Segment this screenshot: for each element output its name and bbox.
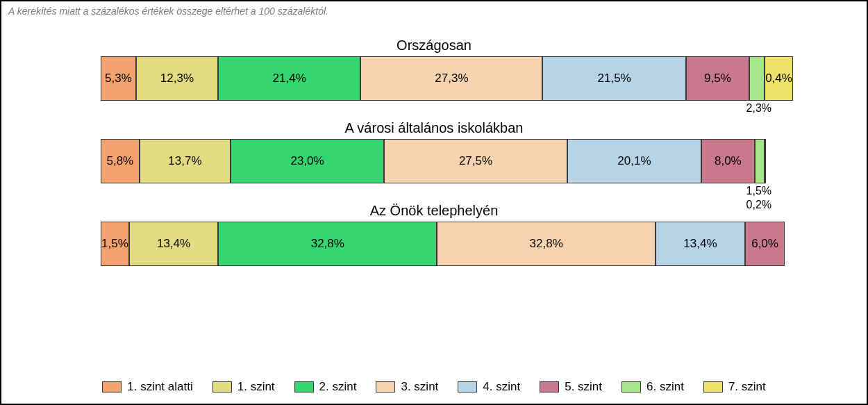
bar-segment: 20,1% xyxy=(567,139,701,183)
segment-label: 5,8% xyxy=(106,154,133,168)
segment-label-below: 2,3% xyxy=(746,102,771,115)
bar-segment: 1,5% xyxy=(101,222,129,266)
legend: 1. szint alatti1. szint2. szint3. szint4… xyxy=(1,380,867,394)
legend-item: 1. szint alatti xyxy=(102,380,193,394)
rounding-note: A kerekítés miatt a százalékos értékek ö… xyxy=(8,6,860,17)
segment-label: 21,5% xyxy=(598,72,631,85)
segment-label: 32,8% xyxy=(530,237,563,251)
bar-segment: 12,3% xyxy=(136,56,218,101)
bar-segment: 23,0% xyxy=(231,139,384,183)
segment-label: 21,4% xyxy=(273,72,306,85)
legend-swatch xyxy=(703,381,723,392)
segment-label: 27,5% xyxy=(459,154,492,168)
legend-swatch xyxy=(376,381,395,392)
segment-label: 9,5% xyxy=(704,72,731,85)
segment-label: 6,0% xyxy=(751,237,778,251)
bar-segment xyxy=(755,139,765,183)
legend-label: 5. szint xyxy=(565,380,602,394)
segment-label: 20,1% xyxy=(617,154,651,168)
legend-item: 2. szint xyxy=(294,380,357,394)
segment-label: 13,4% xyxy=(157,237,190,251)
bar-segment xyxy=(749,56,765,101)
legend-swatch xyxy=(458,381,477,392)
bar-title: Az Önök telephelyén xyxy=(101,203,767,219)
bar-segment: 0,4% xyxy=(765,56,793,101)
legend-item: 4. szint xyxy=(458,380,520,394)
segment-label: 5,3% xyxy=(105,72,132,85)
segment-label: 0,4% xyxy=(765,72,792,85)
bar-segment: 21,5% xyxy=(542,56,685,101)
bar-segment: 6,0% xyxy=(745,222,785,266)
bar-segment: 27,3% xyxy=(360,56,542,101)
stacked-bar: 1,5%13,4%32,8%32,8%13,4%6,0% xyxy=(101,222,767,266)
legend-item: 1. szint xyxy=(212,380,275,394)
segment-label-below: 1,5% xyxy=(746,185,771,197)
bar-segment: 21,4% xyxy=(218,56,360,101)
segment-label: 13,4% xyxy=(683,237,717,251)
bar-segment: 8,0% xyxy=(701,139,755,183)
bar-segment: 13,4% xyxy=(129,222,219,266)
legend-label: 1. szint alatti xyxy=(127,380,193,394)
bar-segment: 5,8% xyxy=(101,139,140,183)
stacked-bar: 5,3%12,3%21,4%27,3%21,5%9,5%0,4%2,3% xyxy=(101,56,767,101)
legend-item: 7. szint xyxy=(703,380,766,394)
legend-swatch xyxy=(212,381,232,392)
legend-label: 7. szint xyxy=(728,380,766,394)
segment-label-below: 0,2% xyxy=(746,199,771,211)
bar-segment: 13,4% xyxy=(656,222,745,266)
bar-segment: 13,7% xyxy=(140,139,231,183)
legend-label: 1. szint xyxy=(237,380,275,394)
bar-segment: 5,3% xyxy=(101,56,136,101)
legend-label: 2. szint xyxy=(319,380,357,394)
legend-label: 6. szint xyxy=(646,380,684,394)
stacked-bar-chart: Országosan5,3%12,3%21,4%27,3%21,5%9,5%0,… xyxy=(101,38,767,266)
bar-title: Országosan xyxy=(101,38,767,53)
legend-swatch xyxy=(294,381,314,392)
bar-segment xyxy=(765,139,766,183)
segment-label: 1,5% xyxy=(101,237,128,251)
segment-label: 12,3% xyxy=(160,72,194,85)
bar-title: A városi általános iskolákban xyxy=(101,120,767,136)
legend-item: 3. szint xyxy=(376,380,438,394)
segment-label: 13,7% xyxy=(168,154,201,168)
chart-frame: A kerekítés miatt a százalékos értékek ö… xyxy=(0,0,868,405)
legend-swatch xyxy=(102,381,122,392)
bar-segment: 27,5% xyxy=(384,139,567,183)
legend-swatch xyxy=(621,381,641,392)
legend-item: 5. szint xyxy=(540,380,602,394)
bar-segment: 32,8% xyxy=(437,222,656,266)
bar-segment: 32,8% xyxy=(218,222,437,266)
legend-item: 6. szint xyxy=(621,380,684,394)
segment-label: 23,0% xyxy=(290,154,324,168)
segment-label: 27,3% xyxy=(435,72,468,85)
legend-swatch xyxy=(540,381,559,392)
bar-segment: 9,5% xyxy=(686,56,749,101)
segment-label: 32,8% xyxy=(311,237,344,251)
stacked-bar: 5,8%13,7%23,0%27,5%20,1%8,0%1,5%0,2% xyxy=(101,139,767,183)
legend-label: 4. szint xyxy=(483,380,520,394)
segment-label: 8,0% xyxy=(715,154,742,168)
legend-label: 3. szint xyxy=(401,380,438,394)
